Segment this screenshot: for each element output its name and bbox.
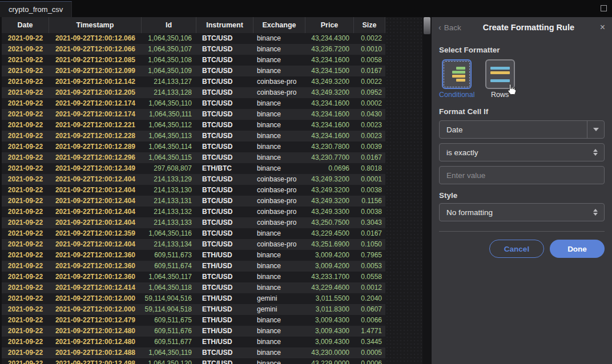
column-header-instrument[interactable]: Instrument <box>196 17 253 33</box>
cell: BTC/USD <box>196 152 253 163</box>
column-select[interactable]: Date <box>439 120 605 139</box>
cell: binance <box>253 337 305 347</box>
table-row[interactable]: 2021-09-222021-09-22T12:00:12.1741,064,3… <box>2 109 385 120</box>
cell: 2021-09-22 <box>2 228 49 239</box>
table-row[interactable]: 2021-09-222021-09-22T12:00:12.2211,064,3… <box>2 120 385 131</box>
style-label: Style <box>439 191 605 200</box>
done-button[interactable]: Done <box>550 240 605 258</box>
cell: 59,114,904,518 <box>142 304 196 315</box>
operator-select[interactable]: is exactly <box>439 143 605 161</box>
table-row[interactable]: 2021-09-222021-09-22T12:00:12.0851,064,3… <box>2 55 385 66</box>
cell: 0.0038 <box>354 207 385 217</box>
panel-body: Select Formatter Conditional <box>432 38 612 258</box>
table-row[interactable]: 2021-09-222021-09-22T12:00:12.2891,064,3… <box>2 141 385 152</box>
maximize-icon[interactable] <box>601 5 607 11</box>
cell: 2021-09-22 <box>2 76 49 87</box>
cell: 0.0006 <box>354 358 385 364</box>
cell: 2021-09-22 <box>2 358 49 364</box>
updown-arrows-icon <box>593 149 598 156</box>
table-row[interactable]: 2021-09-222021-09-22T12:00:12.3601,064,3… <box>2 272 385 282</box>
table-row[interactable]: 2021-09-222021-09-22T12:00:12.3591,064,3… <box>2 228 385 239</box>
cancel-button[interactable]: Cancel <box>489 240 544 258</box>
cell: 43,229.0000 <box>305 358 354 364</box>
cell: 2021-09-22 <box>2 239 49 250</box>
cell: 0.0167 <box>354 228 385 239</box>
cell: 0.2040 <box>354 293 385 304</box>
cell: coinbase-pro <box>253 217 305 228</box>
cell: 43,251.6900 <box>305 239 354 250</box>
cell: ETH/USD <box>196 326 253 337</box>
cell: binance <box>253 250 305 261</box>
cell: 1,064,350,109 <box>142 66 196 76</box>
cell: 609,511,674 <box>142 261 196 272</box>
table-row[interactable]: 2021-09-222021-09-22T12:00:12.2961,064,3… <box>2 152 385 163</box>
tab-crypto-from-csv[interactable]: crypto_from_csv <box>0 1 72 17</box>
cell: 0.0607 <box>354 304 385 315</box>
table-row[interactable]: 2021-09-222021-09-22T12:00:12.404214,133… <box>2 207 385 217</box>
cell: 2021-09-22 <box>2 33 49 44</box>
cell: 2021-09-22T12:00:12.480 <box>49 326 142 337</box>
conditional-formatter-icon[interactable] <box>442 59 472 89</box>
cell: 609,511,676 <box>142 326 196 337</box>
cell: 2021-09-22T12:00:12.359 <box>49 228 142 239</box>
cell: BTC/USD <box>196 239 253 250</box>
cell: 2021-09-22 <box>2 120 49 131</box>
cell: 0.0167 <box>354 66 385 76</box>
table-row[interactable]: 2021-09-222021-09-22T12:00:12.404214,133… <box>2 174 385 185</box>
cell: 43,230.7800 <box>305 141 354 152</box>
table-row[interactable]: 2021-09-222021-09-22T12:00:12.00059,114,… <box>2 293 385 304</box>
cell: 43,249.3200 <box>305 87 354 98</box>
table-row[interactable]: 2021-09-222021-09-22T12:00:12.404214,133… <box>2 217 385 228</box>
table-row[interactable]: 2021-09-222021-09-22T12:00:12.2281,064,3… <box>2 131 385 141</box>
cell: 2021-09-22 <box>2 55 49 66</box>
cell: 2021-09-22 <box>2 347 49 358</box>
value-input[interactable]: Enter value <box>439 166 605 184</box>
cell: 0.7965 <box>354 250 385 261</box>
column-header-size[interactable]: Size <box>354 17 385 33</box>
vertical-scrollbar[interactable] <box>422 17 432 364</box>
cell: 2021-09-22T12:00:12.000 <box>49 293 142 304</box>
cell: 2021-09-22T12:00:12.414 <box>49 282 142 293</box>
chevron-down-icon[interactable] <box>587 121 604 138</box>
table-row[interactable]: 2021-09-222021-09-22T12:00:12.0661,064,3… <box>2 44 385 55</box>
cell: BTC/USD <box>196 120 253 131</box>
column-header-price[interactable]: Price <box>305 17 354 33</box>
table-row[interactable]: 2021-09-222021-09-22T12:00:12.4141,064,3… <box>2 282 385 293</box>
table-row[interactable]: 2021-09-222021-09-22T12:00:12.0991,064,3… <box>2 66 385 76</box>
table-row[interactable]: 2021-09-222021-09-22T12:00:12.360609,511… <box>2 261 385 272</box>
table-row[interactable]: 2021-09-222021-09-22T12:00:12.4881,064,3… <box>2 347 385 358</box>
table-row[interactable]: 2021-09-222021-09-22T12:00:12.205214,133… <box>2 87 385 98</box>
table-row[interactable]: 2021-09-222021-09-22T12:00:12.404214,133… <box>2 185 385 196</box>
back-button[interactable]: ‹ Back <box>438 23 461 32</box>
close-icon[interactable]: × <box>596 22 605 33</box>
table-row[interactable]: 2021-09-222021-09-22T12:00:12.360609,511… <box>2 250 385 261</box>
table-row[interactable]: 2021-09-222021-09-22T12:00:12.479609,511… <box>2 315 385 326</box>
column-header-id[interactable]: Id <box>142 17 196 33</box>
table-row[interactable]: 2021-09-222021-09-22T12:00:12.349297,608… <box>2 163 385 174</box>
column-header-date[interactable]: Date <box>2 17 49 33</box>
table-row[interactable]: 2021-09-222021-09-22T12:00:12.142214,133… <box>2 76 385 87</box>
table-row[interactable]: 2021-09-222021-09-22T12:00:12.404214,133… <box>2 239 385 250</box>
cell: BTC/USD <box>196 141 253 152</box>
cell: BTC/USD <box>196 66 253 76</box>
table-row[interactable]: 2021-09-222021-09-22T12:00:12.404214,133… <box>2 196 385 207</box>
column-header-timestamp[interactable]: Timestamp <box>49 17 142 33</box>
table-row[interactable]: 2021-09-222021-09-22T12:00:12.0661,064,3… <box>2 33 385 44</box>
data-table: DateTimestampIdInstrumentExchangePriceSi… <box>0 17 385 364</box>
cell: 214,133,129 <box>142 174 196 185</box>
scrollbar-thumb[interactable] <box>424 17 430 34</box>
formatter-conditional[interactable]: Conditional <box>439 59 475 99</box>
style-select[interactable]: No formatting <box>439 203 605 221</box>
cell: 2021-09-22T12:00:12.404 <box>49 174 142 185</box>
cell: 2021-09-22T12:00:12.085 <box>49 55 142 66</box>
main-area: DateTimestampIdInstrumentExchangePriceSi… <box>0 17 612 364</box>
table-row[interactable]: 2021-09-222021-09-22T12:00:12.1741,064,3… <box>2 98 385 109</box>
cell: binance <box>253 358 305 364</box>
cell: 2021-09-22T12:00:12.404 <box>49 239 142 250</box>
table-row[interactable]: 2021-09-222021-09-22T12:00:12.00059,114,… <box>2 304 385 315</box>
table-row[interactable]: 2021-09-222021-09-22T12:00:12.480609,511… <box>2 337 385 347</box>
table-row[interactable]: 2021-09-222021-09-22T12:00:12.4981,064,3… <box>2 358 385 364</box>
formatter-label-conditional: Conditional <box>439 91 475 99</box>
table-row[interactable]: 2021-09-222021-09-22T12:00:12.480609,511… <box>2 326 385 337</box>
column-header-exchange[interactable]: Exchange <box>253 17 305 33</box>
